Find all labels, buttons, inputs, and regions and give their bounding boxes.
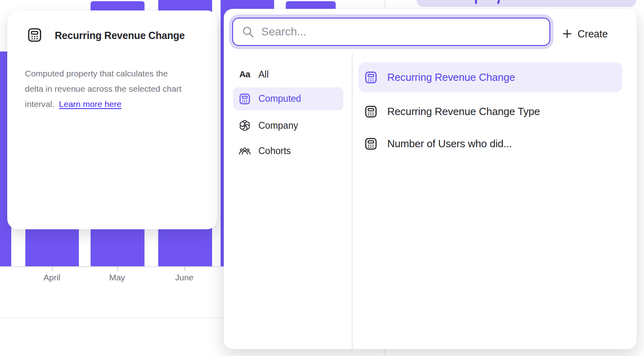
tooltip-description: Computed property that calculates the de… — [25, 66, 210, 112]
calculator-icon — [364, 105, 378, 118]
search-icon — [242, 26, 254, 38]
x-axis-tick — [52, 267, 53, 271]
category-cohorts[interactable]: Cohorts — [233, 142, 343, 160]
plus-icon — [562, 29, 572, 39]
create-button-label: Create — [578, 28, 608, 40]
cropped-text-glyph — [475, 0, 477, 4]
description-line-end: interval. — [25, 99, 55, 109]
description-line: delta in revenue across the selected cha… — [25, 81, 210, 97]
company-cluster-icon — [239, 119, 251, 132]
category-label: Cohorts — [258, 146, 291, 156]
x-axis-label: June — [175, 273, 194, 282]
x-axis-label: April — [43, 273, 60, 282]
create-button[interactable]: Create — [562, 23, 608, 44]
category-all[interactable]: Aa All — [233, 66, 343, 83]
x-axis-tick — [184, 267, 185, 271]
result-number-of-users[interactable]: Number of Users who did... — [359, 129, 622, 158]
search-box[interactable] — [232, 18, 550, 46]
result-recurring-revenue-change[interactable]: Recurring Revenue Change — [359, 62, 622, 92]
property-tooltip-card: Recurring Revenue Change Computed proper… — [7, 10, 217, 229]
calculator-icon — [364, 137, 378, 150]
category-label: All — [258, 69, 269, 80]
calculator-icon — [239, 93, 251, 105]
x-axis-tick — [117, 267, 118, 271]
property-picker-modal: Create Aa All Computed Company Cohorts R… — [224, 9, 637, 349]
result-recurring-revenue-change-type[interactable]: Recurring Revenue Change Type — [359, 97, 622, 126]
category-computed[interactable]: Computed — [233, 87, 343, 110]
calculator-icon — [27, 27, 42, 43]
tooltip-title: Recurring Revenue Change — [55, 30, 185, 41]
description-line: Computed property that calculates the — [25, 66, 210, 81]
cropped-text-glyph — [497, 0, 500, 4]
x-axis-label: May — [109, 273, 125, 282]
result-label: Recurring Revenue Change Type — [387, 105, 540, 118]
modal-divider — [352, 54, 353, 349]
calculator-icon — [364, 71, 378, 84]
search-input[interactable] — [260, 25, 549, 39]
category-label: Computed — [258, 93, 301, 104]
description-line: interval.Learn more here — [25, 97, 210, 112]
learn-more-link[interactable]: Learn more here — [59, 99, 122, 109]
result-label: Recurring Revenue Change — [387, 71, 515, 84]
category-company[interactable]: Company — [233, 117, 343, 134]
category-label: Company — [258, 120, 298, 131]
cohorts-people-icon — [239, 145, 251, 157]
cropped-property-chip[interactable] — [417, 0, 636, 7]
result-label: Number of Users who did... — [387, 138, 512, 150]
app-canvas: AprilMayJune Recurring Revenue Change Co… — [0, 0, 644, 356]
text-aa-icon: Aa — [239, 68, 251, 80]
